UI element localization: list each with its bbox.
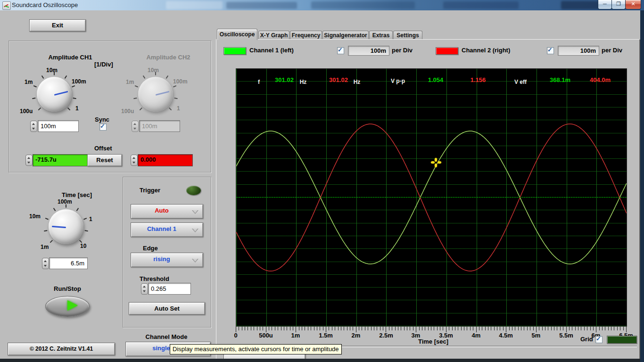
channel1-per-div-value[interactable]: 100m: [348, 46, 389, 56]
tab-xy-graph[interactable]: X-Y Graph: [258, 31, 289, 40]
channel1-per-div-label: per Div: [392, 47, 413, 54]
tab-oscilloscope[interactable]: Oscilloscope: [217, 29, 257, 40]
amplitude-ch2-stepper[interactable]: [132, 121, 139, 132]
threshold-stepper[interactable]: [141, 283, 148, 295]
threshold-value[interactable]: 0.265: [148, 283, 191, 295]
trigger-mode-value: Auto: [131, 207, 192, 214]
channel2-label: Channel 2 (right): [462, 47, 510, 54]
channel2-enable-checkbox[interactable]: [547, 47, 554, 54]
amplitude-ch1-value[interactable]: 100m: [38, 120, 79, 132]
chevron-down-icon: [192, 259, 198, 263]
maximize-button[interactable]: ❐: [611, 0, 626, 9]
channel1-enable-checkbox[interactable]: [337, 47, 344, 54]
knob-scale-label: 1: [75, 105, 79, 112]
exit-button[interactable]: Exit: [29, 19, 86, 32]
trigger-source-dropdown[interactable]: Channel 1: [131, 222, 203, 237]
x-tick-label: 500u: [251, 332, 281, 339]
chevron-down-icon: [192, 229, 198, 232]
ch2-vpp-value: 1.156: [457, 76, 499, 83]
channel1-label: Channel 1 (left): [249, 47, 294, 54]
x-tick-label: 1.5m: [311, 332, 341, 339]
amplitude-ch2-title: Amplitude CH2: [135, 54, 201, 61]
x-tick-label: 4.5m: [491, 332, 521, 339]
amplitude-ch2-knob[interactable]: [138, 77, 173, 112]
time-title: Time [sec]: [49, 191, 105, 198]
knob-scale-label: 100m: [58, 198, 72, 205]
x-tick-label: 2m: [341, 332, 371, 339]
minimize-button[interactable]: ─: [598, 0, 612, 9]
close-button[interactable]: ✕: [625, 0, 641, 9]
offset-ch1-stepper[interactable]: [25, 155, 33, 166]
trigger-mode-dropdown[interactable]: Auto: [131, 204, 203, 219]
background-tab-ghost: [166, 1, 223, 9]
time-value[interactable]: 6.5m: [49, 257, 88, 269]
knob-needle: [156, 91, 170, 96]
knob-scale-label: 10m: [29, 213, 41, 220]
channel2-per-div-label: per Div: [602, 47, 622, 54]
copyright-button[interactable]: © 2012 C. Zeitnitz V1.41: [8, 343, 115, 355]
channel1-color-swatch: [223, 47, 246, 55]
title-bar: Soundcard Oszilloscope ─ ❐ ✕: [0, 0, 644, 10]
x-tick-label: 4m: [461, 332, 491, 339]
knob-scale-label: 1m: [126, 79, 134, 85]
auto-set-button[interactable]: Auto Set: [129, 302, 205, 315]
grid-color-swatch[interactable]: [607, 336, 637, 344]
ch1-vpp-value: 1.054: [414, 76, 457, 83]
run-stop-button[interactable]: [45, 296, 90, 317]
knob-scale-label: 100u: [20, 108, 33, 115]
channel2-per-div-value[interactable]: 100m: [558, 46, 599, 56]
x-axis-label: Time [sec]: [403, 338, 464, 345]
offset-ch1-value[interactable]: -715.7u: [33, 154, 88, 166]
amplitude-ch1-knob[interactable]: [37, 77, 72, 112]
x-tick-label: 0: [221, 332, 251, 339]
tab-settings[interactable]: Settings: [393, 31, 422, 40]
vpp-label: V p-p: [384, 78, 412, 84]
veff-label: V eff: [506, 79, 535, 85]
waveform-traces: [236, 69, 627, 326]
knob-scale-label: 10m: [46, 67, 58, 74]
offset-reset-button[interactable]: Reset: [87, 154, 122, 166]
tooltip: Display measurements, activate cursors f…: [170, 344, 342, 354]
window-title: Soundcard Oszilloscope: [12, 1, 78, 8]
amplitude-ch1-stepper[interactable]: [30, 121, 37, 132]
hz-label: Hz: [289, 79, 317, 85]
threshold-label: Threshold: [140, 275, 169, 282]
knob-scale-label: 1m: [41, 244, 49, 250]
knob-needle: [54, 91, 68, 96]
channel2-color-swatch: [436, 47, 458, 55]
trigger-edge-value: rising: [131, 255, 192, 263]
x-tick-label: 1m: [281, 332, 311, 339]
amplitude-ch1-title: Amplitude CH1: [40, 54, 101, 61]
x-tick-label: 5.5m: [551, 332, 581, 339]
grid-checkbox[interactable]: [595, 336, 603, 343]
tab-signalgenerator[interactable]: Signalgenerator: [322, 31, 369, 40]
knob-needle: [52, 226, 66, 228]
play-icon: [67, 300, 78, 311]
background-tab-ghost: [226, 2, 297, 9]
sync-checkbox[interactable]: [99, 123, 107, 131]
time-stepper[interactable]: [42, 258, 49, 269]
chevron-down-icon: [192, 210, 198, 214]
offset-ch2-value[interactable]: 0.000: [138, 154, 193, 166]
tab-frequency[interactable]: Frequency: [290, 31, 322, 40]
knob-scale-label: 1: [89, 216, 92, 222]
trigger-title: Trigger: [140, 187, 160, 194]
sync-label: Sync: [95, 116, 109, 123]
desktop-edge: [640, 10, 644, 362]
tab-extras[interactable]: Extras: [369, 31, 393, 40]
knob-scale-label: 10: [80, 243, 86, 249]
app-icon: [2, 1, 11, 10]
trigger-edge-dropdown[interactable]: rising: [131, 253, 203, 267]
run-stop-label: Run/Stop: [47, 285, 88, 292]
trigger-led: [186, 186, 201, 195]
amplitude-ch2-value[interactable]: 100m: [139, 120, 180, 132]
oscilloscope-display[interactable]: f 301.02 Hz 301.02 Hz V p-p 1.054 1.156 …: [236, 68, 627, 327]
ch2-veff-value: 404.0m: [579, 76, 621, 83]
background-tab-ghost: [311, 1, 415, 9]
hz-label: Hz: [343, 79, 371, 85]
knob-scale-label: 100u: [121, 108, 134, 115]
desktop-edge: [0, 359, 640, 362]
time-knob[interactable]: [49, 209, 83, 244]
screen: Soundcard Oszilloscope ─ ❐ ✕ Exit Amplit…: [0, 0, 644, 362]
offset-ch2-stepper[interactable]: [131, 155, 138, 166]
